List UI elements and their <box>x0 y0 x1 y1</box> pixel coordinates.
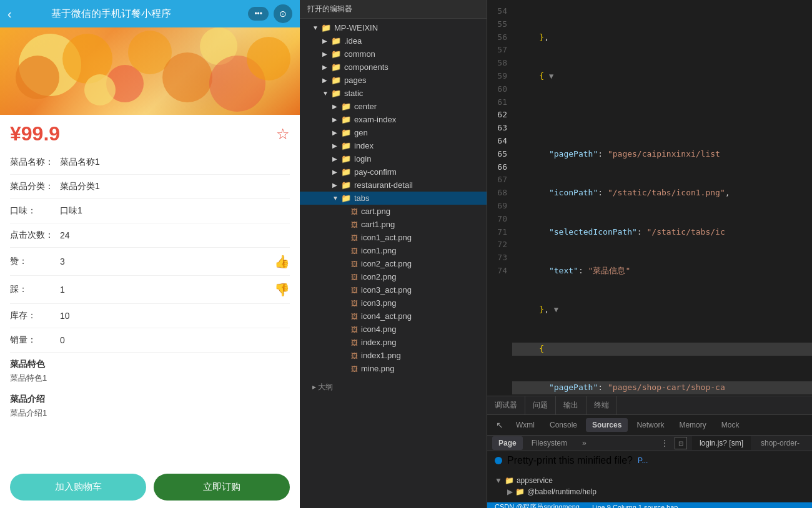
pretty-print-bar: Pretty-print this minified file? P... <box>487 451 812 470</box>
tree-mine-png[interactable]: 🖼 mine.png <box>300 362 487 375</box>
more-options-icon[interactable]: ⋮ <box>657 436 672 451</box>
collapse-arrow: ▼ <box>332 195 339 202</box>
pay-label: pay-confirm <box>354 167 397 177</box>
feature-content: 菜品特色1 <box>10 373 290 388</box>
cursor-icon[interactable]: ↖ <box>492 418 507 432</box>
code-editor: 54 55 56 57 58 59 60 61 62 63 64 65 66 6… <box>487 0 812 396</box>
login-js-tab[interactable]: login.js? [sm] <box>692 436 751 450</box>
tree-root[interactable]: ▼ 📁 MP-WEIXIN <box>300 21 487 34</box>
tree-icon3-act[interactable]: 🖼 icon3_act.png <box>300 283 487 296</box>
tree-exam-index[interactable]: ▶ 📁 exam-index <box>300 113 487 126</box>
tree-login[interactable]: ▶ 📁 login <box>300 152 487 165</box>
tree-icon3[interactable]: 🖼 icon3.png <box>300 296 487 310</box>
filesystem-tab[interactable]: Filesystem <box>525 436 573 450</box>
tree-cart-png[interactable]: 🖼 cart.png <box>300 205 487 218</box>
svg-point-9 <box>247 37 290 81</box>
page-tab[interactable]: Page <box>492 436 523 450</box>
png-file-icon: 🖼 <box>351 247 358 255</box>
more-button[interactable]: ••• <box>248 7 269 21</box>
png-file-icon: 🖼 <box>351 234 358 242</box>
tree-index[interactable]: ▶ 📁 index <box>300 139 487 152</box>
sales-value: 0 <box>60 335 290 345</box>
devtools-toolbar: ↖ Wxml Console Sources Network Memory Mo… <box>487 415 812 436</box>
camera-button[interactable]: ⊙ <box>274 4 292 23</box>
wxml-tab[interactable]: Wxml <box>510 418 541 432</box>
tree-icon1[interactable]: 🖼 icon1.png <box>300 244 487 257</box>
mock-tab[interactable]: Mock <box>715 418 746 432</box>
tab-output[interactable]: 输出 <box>556 396 587 414</box>
order-now-button[interactable]: 立即订购 <box>154 474 290 501</box>
line-62: 62 <box>487 109 512 122</box>
taste-label: 口味： <box>10 205 60 217</box>
source-icon: ⊡ <box>675 437 687 449</box>
line-69: 69 <box>487 200 512 213</box>
icon3-label: icon3.png <box>361 298 396 308</box>
center-label: center <box>354 102 377 111</box>
top-bar: ‹ 基于微信的手机订餐小程序 ••• ⊙ <box>0 0 300 27</box>
line-55: 55 <box>487 18 512 31</box>
line-col: Line 9 Column 1 source hap... <box>592 504 684 509</box>
more-tabs-btn[interactable]: » <box>576 436 593 450</box>
line-72: 72 <box>487 238 512 252</box>
tab-debugger[interactable]: 调试器 <box>487 396 525 414</box>
tree-static[interactable]: ▼ 📁 static <box>300 87 487 100</box>
pretty-print-link[interactable]: P... <box>638 456 648 465</box>
mine-png-label: mine.png <box>361 364 394 373</box>
back-button[interactable]: ‹ <box>7 7 12 21</box>
thumbdown-icon[interactable]: 👎 <box>274 282 290 297</box>
tree-gen[interactable]: ▶ 📁 gen <box>300 126 487 139</box>
tree-icon1-act[interactable]: 🖼 icon1_act.png <box>300 231 487 244</box>
tree-pages[interactable]: ▶ 📁 pages <box>300 74 487 87</box>
tree-components[interactable]: ▶ 📁 components <box>300 61 487 74</box>
code-content[interactable]: }, { ▼ "pagePath": "pages/caipinxinxi/li… <box>512 0 812 396</box>
idea-folder-icon: 📁 <box>331 36 341 46</box>
tabs-label: tabs <box>354 193 370 203</box>
pp-indicator <box>495 457 502 464</box>
tree-index-png[interactable]: 🖼 index.png <box>300 336 487 349</box>
memory-tab[interactable]: Memory <box>673 418 712 432</box>
tab-problems[interactable]: 问题 <box>525 396 556 414</box>
tree-icon4-act[interactable]: 🖼 icon4_act.png <box>300 310 487 323</box>
network-tab[interactable]: Network <box>630 418 670 432</box>
gen-label: gen <box>354 128 368 137</box>
add-to-cart-button[interactable]: 加入购物车 <box>10 474 146 501</box>
line-54: 54 <box>487 5 512 18</box>
thumbup-icon[interactable]: 👍 <box>274 254 290 269</box>
code-63: "pagePath": "pages/shop-cart/shop-ca <box>512 381 812 394</box>
tree-idea[interactable]: ▶ 📁 .idea <box>300 34 487 47</box>
tree-cart1-png[interactable]: 🖼 cart1.png <box>300 218 487 231</box>
icon1-label: icon1.png <box>361 246 396 255</box>
tree-center[interactable]: ▶ 📁 center <box>300 100 487 113</box>
tree-index1-png[interactable]: 🖼 index1.png <box>300 349 487 362</box>
feature-title: 菜品特色 <box>10 353 290 373</box>
file-tree-panel: 打开的编辑器 ▼ 📁 MP-WEIXIN ▶ 📁 .idea ▶ 📁 commo… <box>300 0 487 508</box>
collapse-arrow: ▼ <box>322 90 329 97</box>
tree-pay-confirm[interactable]: ▶ 📁 pay-confirm <box>300 165 487 178</box>
tree-common[interactable]: ▶ 📁 common <box>300 47 487 61</box>
tree-restaurant-detail[interactable]: ▶ 📁 restaurant-detail <box>300 178 487 192</box>
likes-value: 3 <box>60 256 274 266</box>
components-folder-icon: 📁 <box>331 62 341 72</box>
tree-outline[interactable]: ▸ 大纲 <box>300 380 487 394</box>
tree-icon2[interactable]: 🖼 icon2.png <box>300 270 487 283</box>
restaurant-folder-icon: 📁 <box>341 180 351 190</box>
sources-tab[interactable]: Sources <box>586 418 628 432</box>
folder-icon: 📁 <box>505 476 514 485</box>
taste-value: 口味1 <box>60 205 290 217</box>
index-png-label: index.png <box>361 338 396 347</box>
expand-arrow: ▶ <box>332 182 339 188</box>
tree-appservice[interactable]: ▼ 📁 appservice <box>495 475 805 486</box>
tree-icon4[interactable]: 🖼 icon4.png <box>300 323 487 336</box>
console-tab[interactable]: Console <box>543 418 583 432</box>
exam-label: exam-index <box>354 115 396 124</box>
tab-terminal[interactable]: 终端 <box>587 396 617 414</box>
tree-icon2-act[interactable]: 🖼 icon2_act.png <box>300 257 487 270</box>
status-bar: CSDN @程序员springmeng Line 9 Column 1 sour… <box>487 502 812 508</box>
code-59: "selectedIconPath": "/static/tabs/ic <box>512 226 812 239</box>
tree-tabs[interactable]: ▼ 📁 tabs <box>300 192 487 205</box>
favorite-icon[interactable]: ☆ <box>276 125 290 143</box>
line-66: 66 <box>487 161 512 174</box>
bottom-tabs-row: 调试器 问题 输出 终端 <box>487 396 812 415</box>
shop-order-tab[interactable]: shop-order- <box>753 436 807 450</box>
tree-babel[interactable]: ▶ 📁 @babel/runtime/help <box>495 486 805 497</box>
